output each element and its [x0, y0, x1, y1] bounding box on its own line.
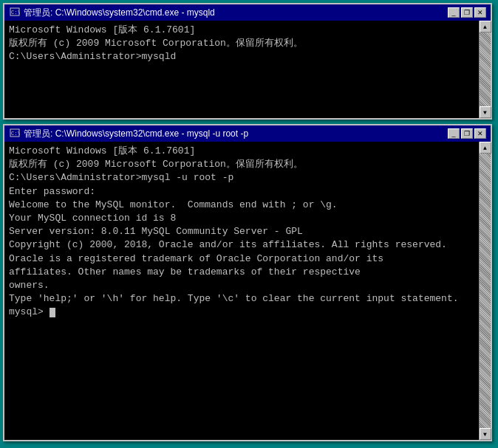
console-line: Microsoft Windows [版本 6.1.7601]: [9, 24, 474, 37]
restore-btn-1[interactable]: ❐: [461, 7, 473, 18]
console-line: affiliates. Other names may be trademark…: [9, 266, 474, 279]
titlebar-left-2: C:\ 管理员: C:\Windows\system32\cmd.exe - m…: [9, 128, 248, 140]
cursor: [50, 308, 55, 317]
minimize-btn-2[interactable]: _: [448, 128, 460, 139]
close-btn-2[interactable]: ✕: [474, 128, 486, 139]
titlebar-1: C:\ 管理员: C:\Windows\system32\cmd.exe - m…: [4, 4, 491, 21]
window-mysql: C:\ 管理员: C:\Windows\system32\cmd.exe - m…: [3, 124, 492, 441]
console-line: Copyright (c) 2000, 2018, Oracle and/or …: [9, 238, 474, 252]
console-2: Microsoft Windows [版本 6.1.7601]版权所有 (c) …: [4, 142, 479, 440]
console-line: owners.: [9, 279, 474, 292]
minimize-btn-1[interactable]: _: [448, 7, 460, 18]
scroll-down-2[interactable]: ▼: [480, 428, 491, 440]
console-line: Server version: 8.0.11 MySQL Community S…: [9, 225, 474, 238]
cmd-icon-2: C:\: [9, 128, 21, 139]
controls-2: _ ❐ ✕: [448, 128, 486, 139]
console-line: mysql>: [9, 306, 474, 319]
console-line: C:\Users\Administrator>mysqld: [9, 50, 474, 63]
console-line: 版权所有 (c) 2009 Microsoft Corporation。保留所有…: [9, 37, 474, 50]
console-line: Welcome to the MySQL monitor. Commands e…: [9, 199, 474, 212]
scroll-track-2: [480, 154, 491, 428]
scroll-up-2[interactable]: ▲: [480, 142, 491, 154]
restore-btn-2[interactable]: ❐: [461, 128, 473, 139]
titlebar-left-1: C:\ 管理员: C:\Windows\system32\cmd.exe - m…: [9, 7, 215, 19]
scroll-up-1[interactable]: ▲: [480, 21, 491, 32]
close-btn-1[interactable]: ✕: [474, 7, 486, 18]
cmd-icon-1: C:\: [9, 7, 21, 18]
console-line: Oracle is a registered trademark of Orac…: [9, 252, 474, 266]
console-1: Microsoft Windows [版本 6.1.7601]版权所有 (c) …: [4, 21, 479, 118]
scroll-down-1[interactable]: ▼: [480, 106, 491, 118]
scrollbar-1: ▲ ▼: [479, 21, 491, 118]
window-mysqld: C:\ 管理员: C:\Windows\system32\cmd.exe - m…: [3, 3, 492, 120]
scroll-track-1: [480, 32, 491, 106]
scrollbar-2: ▲ ▼: [479, 142, 491, 440]
title-text-1: 管理员: C:\Windows\system32\cmd.exe - mysql…: [24, 7, 215, 19]
console-line: Microsoft Windows [版本 6.1.7601]: [9, 145, 474, 158]
controls-1: _ ❐ ✕: [448, 7, 486, 18]
svg-text:C:\: C:\: [11, 10, 20, 15]
titlebar-2: C:\ 管理员: C:\Windows\system32\cmd.exe - m…: [4, 125, 491, 142]
console-line: Enter password:: [9, 185, 474, 199]
console-line: Type 'help;' or '\h' for help. Type '\c'…: [9, 292, 474, 306]
title-text-2: 管理员: C:\Windows\system32\cmd.exe - mysql…: [24, 128, 248, 140]
console-line: Your MySQL connection id is 8: [9, 212, 474, 225]
console-line: 版权所有 (c) 2009 Microsoft Corporation。保留所有…: [9, 158, 474, 171]
svg-text:C:\: C:\: [11, 131, 20, 137]
console-line: C:\Users\Administrator>mysql -u root -p: [9, 171, 474, 185]
